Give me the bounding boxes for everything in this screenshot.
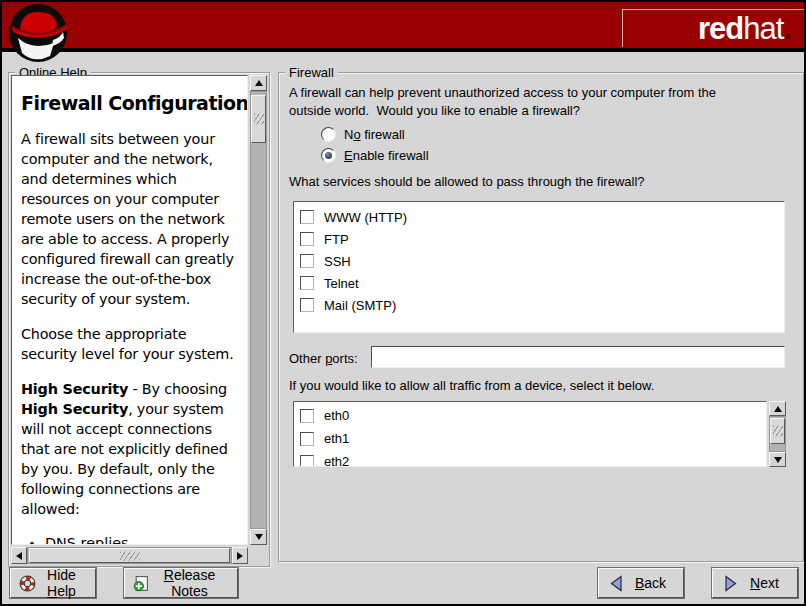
device-list-item[interactable]: eth2	[300, 450, 766, 467]
scrollbar-thumb[interactable]	[770, 418, 785, 444]
radio-enable-firewall[interactable]: Enable firewall	[321, 145, 429, 166]
services-question-text: What services should be allowed to pass …	[289, 174, 645, 189]
back-label: Back	[626, 575, 675, 591]
device-label: eth1	[324, 431, 349, 446]
firewall-radio-group: No firewall Enable firewall	[321, 124, 429, 166]
redhat-shadowman-logo	[7, 3, 71, 63]
scrollbar-trough[interactable]	[27, 547, 232, 564]
scrollbar-thumb[interactable]	[29, 548, 230, 563]
service-list-item[interactable]: Mail (SMTP)	[300, 294, 784, 316]
brand-dot: .	[783, 13, 791, 44]
services-list[interactable]: WWW (HTTP) FTP SSH Telnet Mail (SMTP)	[293, 201, 785, 333]
service-label: FTP	[324, 232, 349, 247]
service-list-item[interactable]: FTP	[300, 228, 784, 250]
checkbox-icon[interactable]	[300, 210, 314, 224]
header-banner: redhat.	[2, 2, 804, 52]
brand-text-hat: hat	[743, 13, 783, 44]
hide-help-button[interactable]: Hide Help	[10, 568, 96, 598]
radio-button-icon[interactable]	[321, 127, 336, 142]
devices-instruction-text: If you would like to allow all traffic f…	[289, 378, 654, 393]
scroll-down-button[interactable]	[250, 529, 267, 545]
checkbox-icon[interactable]	[300, 455, 314, 468]
checkbox-icon[interactable]	[300, 409, 314, 423]
checkbox-icon[interactable]	[300, 298, 314, 312]
help-vertical-scrollbar[interactable]	[250, 75, 267, 545]
help-bullet-list: DNS replies	[21, 533, 239, 545]
service-label: WWW (HTTP)	[324, 210, 407, 225]
back-arrow-icon	[607, 574, 626, 593]
life-preserver-icon	[19, 575, 36, 592]
scroll-right-button[interactable]	[232, 547, 248, 564]
down-arrow-icon	[255, 534, 263, 540]
scrollbar-thumb[interactable]	[251, 95, 266, 143]
service-list-item[interactable]: WWW (HTTP)	[300, 206, 784, 228]
help-paragraph-1: A firewall sits between your computer an…	[21, 129, 239, 309]
release-notes-button[interactable]: Release Notes	[124, 568, 238, 598]
checkbox-icon[interactable]	[300, 254, 314, 268]
help-horizontal-scrollbar[interactable]	[11, 547, 248, 564]
firewall-intro-text: A firewall can help prevent unauthorized…	[289, 84, 795, 120]
redhat-wordmark: redhat.	[622, 9, 804, 47]
radio-button-selected-icon[interactable]	[321, 148, 336, 163]
next-button[interactable]: Next	[712, 568, 798, 598]
help-paragraph-3: High Security - By choosing High Securit…	[21, 379, 239, 519]
up-arrow-icon	[255, 80, 263, 86]
left-arrow-icon	[16, 552, 22, 560]
device-label: eth0	[324, 408, 349, 423]
service-label: SSH	[324, 254, 351, 269]
service-label: Mail (SMTP)	[324, 298, 396, 313]
service-label: Telnet	[324, 276, 359, 291]
devices-vertical-scrollbar[interactable]	[769, 401, 786, 467]
help-bullet-dns: DNS replies	[45, 533, 239, 545]
back-button[interactable]: Back	[598, 568, 684, 598]
scroll-up-button[interactable]	[769, 401, 786, 416]
help-text-viewport[interactable]: Firewall Configuration A firewall sits b…	[11, 75, 248, 545]
scroll-up-button[interactable]	[250, 75, 267, 91]
next-label: Next	[740, 575, 789, 591]
up-arrow-icon	[774, 406, 782, 412]
down-arrow-icon	[774, 457, 782, 463]
release-notes-icon	[133, 575, 150, 592]
other-ports-label: Other ports:	[289, 351, 358, 366]
hide-help-label: Hide Help	[36, 567, 87, 599]
checkbox-icon[interactable]	[300, 276, 314, 290]
online-help-panel: Online Help Firewall Configuration A fir…	[8, 72, 270, 567]
firewall-panel: Firewall A firewall can help prevent una…	[278, 72, 804, 562]
scrollbar-trough[interactable]	[769, 416, 786, 452]
scroll-down-button[interactable]	[769, 452, 786, 467]
release-notes-label: Release Notes	[150, 567, 229, 599]
next-arrow-icon	[721, 574, 740, 593]
radio-no-firewall[interactable]: No firewall	[321, 124, 429, 145]
help-text: Firewall Configuration A firewall sits b…	[12, 76, 247, 545]
brand-text-red: red	[698, 13, 743, 44]
radio-enable-firewall-label: Enable firewall	[344, 148, 429, 163]
scrollbar-trough[interactable]	[250, 91, 267, 529]
checkbox-icon[interactable]	[300, 432, 314, 446]
installer-window: redhat. Online Help Firewall Configurati…	[0, 0, 806, 606]
service-list-item[interactable]: Telnet	[300, 272, 784, 294]
help-title: Firewall Configuration	[21, 92, 239, 114]
devices-list[interactable]: eth0 eth1 eth2	[293, 401, 767, 467]
other-ports-input[interactable]	[371, 346, 785, 368]
radio-no-firewall-label: No firewall	[344, 127, 405, 142]
checkbox-icon[interactable]	[300, 232, 314, 246]
device-list-item[interactable]: eth1	[300, 427, 766, 450]
service-list-item[interactable]: SSH	[300, 250, 784, 272]
scroll-left-button[interactable]	[11, 547, 27, 564]
device-label: eth2	[324, 454, 349, 467]
device-list-item[interactable]: eth0	[300, 404, 766, 427]
help-paragraph-2: Choose the appropriate security level fo…	[21, 324, 239, 364]
right-arrow-icon	[237, 552, 243, 560]
